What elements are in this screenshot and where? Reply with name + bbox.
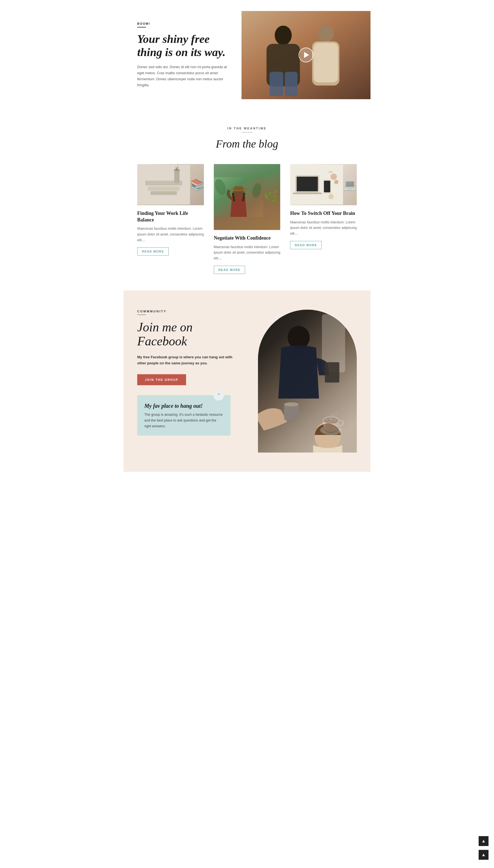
blog-card-2-read-more[interactable]: READ MORE — [214, 266, 245, 274]
community-overline-divider — [137, 314, 146, 315]
svg-rect-12 — [150, 192, 177, 195]
blog-card-3-title: How To Switch Off Your Brain — [290, 210, 357, 217]
community-description: My free Facebook group is where you can … — [137, 354, 242, 366]
community-image-wrapper — [258, 310, 357, 453]
blog-grid: Finding Your Work Life Balance Maecenas … — [137, 164, 357, 274]
blog-card-3-desc: Maecenas faucibus mollis interdum. Lorem… — [290, 219, 357, 237]
svg-rect-31 — [324, 181, 330, 192]
community-overline: COMMMUNITY — [137, 310, 242, 313]
blog-card-3-image-inner: ✂ — [290, 164, 357, 205]
svg-text:✂: ✂ — [328, 169, 333, 175]
testimonial-text: The group is amazing. It's such a fantas… — [144, 412, 223, 429]
community-image — [258, 310, 357, 453]
blog-card-2: Negotiate With Confidence Maecenas fauci… — [214, 164, 281, 274]
community-inner: COMMMUNITY Join me on Facebook My free F… — [137, 310, 357, 453]
svg-rect-13 — [174, 170, 179, 183]
blog-card-2-image — [214, 164, 281, 230]
svg-rect-11 — [148, 186, 180, 191]
svg-rect-40 — [284, 404, 299, 420]
blog-card-2-image-inner — [214, 164, 281, 230]
svg-point-17 — [174, 165, 177, 167]
blog-card-1-image — [137, 164, 204, 205]
blog-title: From the blog — [137, 138, 357, 150]
hero-section: BOOM! Your shiny free thing is on its wa… — [124, 0, 370, 110]
community-text: COMMMUNITY Join me on Facebook My free F… — [137, 310, 242, 435]
blog-section-label: IN THE MEANTIME — [137, 127, 357, 130]
svg-point-42 — [315, 422, 341, 451]
play-icon — [304, 52, 309, 58]
testimonial-title: My fav place to hang out! — [144, 403, 223, 409]
blog-card-1-desc: Maecenas faucibus mollis interdum. Lorem… — [137, 226, 204, 243]
blog-card-2-title: Negotiate With Confidence — [214, 235, 281, 241]
blog-card-3: ✂ How To Switch Off Your Brain Maecenas … — [290, 164, 357, 249]
svg-rect-28 — [297, 177, 318, 192]
hero-text: BOOM! Your shiny free thing is on its wa… — [124, 11, 242, 99]
quote-icon: " — [213, 390, 224, 401]
hero-image — [242, 11, 370, 99]
hero-description: Donec sed odio dui. Donec id elit non mi… — [137, 64, 230, 88]
blog-section-divider — [242, 132, 252, 133]
blog-card-3-image: ✂ — [290, 164, 357, 205]
svg-point-33 — [334, 180, 338, 184]
join-group-button[interactable]: JOIN THE GROUP — [137, 374, 186, 385]
play-button[interactable] — [299, 48, 314, 62]
svg-rect-25 — [233, 186, 243, 191]
svg-rect-29 — [293, 193, 322, 194]
testimonial-card: " My fav place to hang out! The group is… — [137, 395, 230, 435]
blog-card-1-image-inner — [137, 164, 204, 205]
hero-video-overlay — [242, 11, 370, 99]
svg-point-41 — [284, 402, 299, 406]
svg-point-34 — [328, 194, 334, 199]
blog-card-1: Finding Your Work Life Balance Maecenas … — [137, 164, 204, 255]
community-title: Join me on Facebook — [137, 320, 242, 348]
hero-overline: BOOM! — [137, 22, 230, 25]
hero-overline-divider — [137, 27, 146, 28]
blog-section: IN THE MEANTIME From the blog — [124, 110, 370, 290]
hero-title: Your shiny free thing is on its way. — [137, 32, 230, 59]
svg-rect-39 — [325, 362, 340, 382]
blog-card-1-title: Finding Your Work Life Balance — [137, 210, 204, 223]
blog-card-1-read-more[interactable]: READ MORE — [137, 247, 169, 255]
community-section: COMMMUNITY Join me on Facebook My free F… — [124, 290, 370, 472]
blog-card-3-read-more[interactable]: READ MORE — [290, 241, 322, 249]
svg-point-18 — [177, 165, 179, 167]
blog-card-2-desc: Maecenas faucibus mollis interdum. Lorem… — [214, 244, 281, 261]
